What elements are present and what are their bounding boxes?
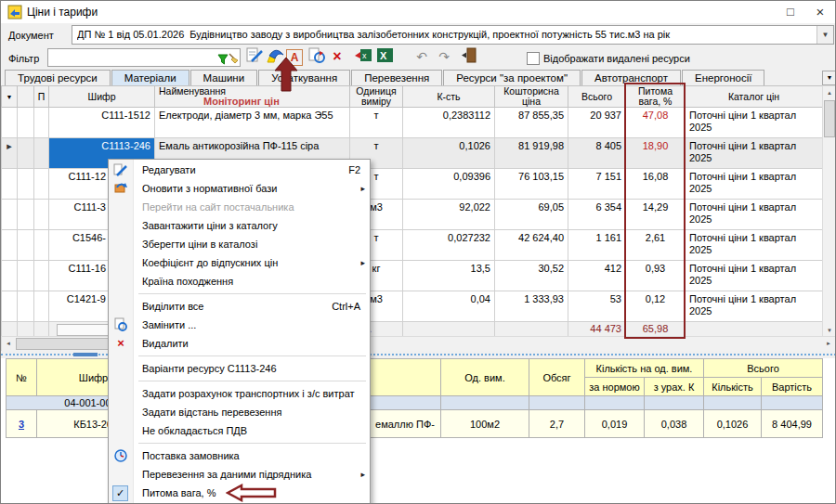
cell-total[interactable]: 7 151	[568, 169, 626, 200]
header-with-k[interactable]: з урах. К	[645, 378, 704, 396]
cell-total[interactable]: 412	[568, 261, 626, 291]
cell-total[interactable]: 1 161	[568, 230, 626, 261]
menu-item-country[interactable]: Країна походження	[109, 272, 370, 291]
excel-import-button[interactable]: x	[352, 47, 372, 67]
header-volume[interactable]: Обсяг	[529, 359, 585, 396]
cell-name[interactable]: Електроди, діаметр 3 мм, марка Э55	[155, 108, 350, 138]
menu-item-specific-weight[interactable]: ✓ Питома вага, %	[109, 484, 370, 502]
exit-button[interactable]	[458, 47, 478, 67]
price-monitoring-button[interactable]	[265, 47, 285, 67]
header-cost[interactable]: Вартість	[762, 378, 823, 396]
maximize-button[interactable]: □	[777, 3, 803, 21]
cell-price[interactable]: 87 855,35	[495, 108, 568, 138]
header-unit[interactable]: Одиниця виміру	[350, 86, 403, 108]
cell-catalog[interactable]: Поточні ціни 1 квартал 2025	[686, 169, 823, 200]
vertical-scrollbar[interactable]: ▲ ▼	[822, 85, 836, 338]
cell-shifr[interactable]: С111-1512	[49, 108, 155, 138]
show-deleted-checkbox[interactable]	[527, 52, 540, 65]
cell-by-norm[interactable]: 0,019	[585, 410, 645, 438]
column-chooser-icon[interactable]: ▼	[2, 86, 18, 108]
header-est-price[interactable]: Кошторисна ціна	[495, 86, 568, 108]
tab-resursy-za-proektom[interactable]: Ресурси "за проектом"	[443, 70, 581, 86]
cell-share[interactable]: 0,93	[626, 261, 686, 291]
menu-item-load-prices[interactable]: Завантажити ціни з каталогу	[109, 216, 370, 235]
menu-item-update-from-base[interactable]: Оновити з нормативної бази▸	[109, 179, 370, 198]
cell-qty[interactable]: 0,09396	[403, 169, 495, 200]
cell-qty[interactable]: 0,2383112	[403, 108, 495, 138]
menu-item-resource-variants[interactable]: Варіанти ресурсу С1113-246	[109, 359, 370, 378]
chevron-down-icon[interactable]: ▼	[816, 26, 833, 44]
header-num[interactable]: №	[7, 359, 37, 396]
menu-item-replace[interactable]: Замінити ...	[109, 316, 370, 334]
refresh-button[interactable]	[307, 47, 327, 67]
cell-share[interactable]: 16,08	[626, 169, 686, 200]
cell-catalog[interactable]: Поточні ціни 1 квартал 2025	[686, 200, 823, 230]
menu-item-save-prices[interactable]: Зберегти ціни в каталозі	[109, 235, 370, 253]
header-by-norm[interactable]: за нормою	[585, 378, 645, 396]
cell-qty[interactable]: 13,5	[403, 261, 495, 291]
header-total[interactable]: Всього	[568, 86, 626, 108]
menu-item-supplier-site[interactable]: Перейти на сайт постачальника	[109, 198, 370, 216]
cell-total[interactable]: 6 354	[568, 200, 626, 230]
cell-qty[interactable]: 0,1026	[403, 138, 495, 169]
cell-price[interactable]: 30,52	[495, 261, 568, 291]
header-unit[interactable]: Од. вим.	[441, 359, 529, 396]
filter-input[interactable]	[47, 48, 241, 67]
cell-price[interactable]: 81 919,98	[495, 138, 568, 169]
menu-item-edit[interactable]: РедагуватиF2	[109, 161, 370, 179]
header-shifr[interactable]: Шифр	[49, 86, 155, 108]
tab-mashyny[interactable]: Машини	[190, 70, 258, 86]
document-combobox[interactable]: ДП № 1 від 05.01.2026 Будівництво заводу…	[72, 25, 834, 45]
undo-icon[interactable]: ↶	[411, 47, 432, 67]
cell-catalog[interactable]: Поточні ціни 1 квартал 2025	[686, 291, 823, 322]
cell-price[interactable]: 1 333,93	[495, 291, 568, 322]
cell-cost[interactable]: 8 404,99	[762, 410, 823, 438]
menu-item-select-all[interactable]: Виділити всеCtrl+A	[109, 297, 370, 316]
cell-qty[interactable]: 0,027232	[403, 230, 495, 261]
cell-share[interactable]: 2,61	[626, 230, 686, 261]
cell-quantity[interactable]: 0,1026	[704, 410, 762, 438]
cell-volume[interactable]: 2,7	[529, 410, 585, 438]
menu-item-transport-distance[interactable]: Задати відстань перевезення	[109, 403, 370, 421]
cell-share[interactable]: 14,29	[626, 200, 686, 230]
menu-item-contractor-transport[interactable]: Перевезення за даними підрядника▸	[109, 465, 370, 484]
tab-enerhonosii[interactable]: Енергоносії	[682, 70, 764, 86]
cell-unit[interactable]: 100м2	[441, 410, 529, 438]
tab-ustatkuvannia[interactable]: Устаткування	[258, 70, 350, 86]
excel-export-button[interactable]: X	[374, 47, 395, 67]
cell-catalog[interactable]: Поточні ціни 1 квартал 2025	[686, 230, 823, 261]
scroll-left-icon[interactable]: ◄	[6, 341, 11, 346]
close-button[interactable]: ×	[807, 3, 833, 21]
header-p[interactable]: П	[34, 86, 49, 108]
header-qty[interactable]: К-сть	[403, 86, 495, 108]
menu-item-no-vat[interactable]: Не обкладається ПДВ	[109, 421, 370, 440]
header-catalog[interactable]: Каталог цін	[686, 86, 823, 108]
edit-button[interactable]	[244, 47, 265, 67]
tab-overflow-button[interactable]: ▼	[822, 71, 836, 85]
menu-item-customer-supply[interactable]: Поставка замовника	[109, 446, 370, 465]
cell-price[interactable]: 76 103,15	[495, 169, 568, 200]
tab-trudovi-resursy[interactable]: Трудові ресурси	[5, 70, 111, 86]
header-total-group[interactable]: Всього	[704, 359, 823, 378]
cell-catalog[interactable]: Поточні ціни 1 квартал 2025	[686, 261, 823, 291]
font-button[interactable]: A	[286, 49, 303, 66]
redo-icon[interactable]: ↷	[434, 47, 454, 67]
cell-price[interactable]: 42 624,40	[495, 230, 568, 261]
delete-button[interactable]: ×	[327, 47, 347, 67]
cell-unit[interactable]: т	[350, 108, 403, 138]
cell-qty[interactable]: 0,04	[403, 291, 495, 322]
scroll-up-icon[interactable]: ▲	[823, 90, 836, 96]
menu-item-delete[interactable]: × Видалити	[109, 334, 370, 353]
cell-qty[interactable]: 92,022	[403, 200, 495, 230]
tab-avtotransport[interactable]: Автотранспорт	[581, 70, 681, 86]
cell-catalog[interactable]: Поточні ціни 1 квартал 2025	[686, 108, 823, 138]
cell-share[interactable]: 47,08	[626, 108, 686, 138]
splitter-handle[interactable]	[73, 353, 98, 356]
menu-item-transport-calc[interactable]: Задати розрахунок транспортних і з/с вит…	[109, 384, 370, 403]
cell-share[interactable]: 0,12	[626, 291, 686, 322]
menu-item-coefficient[interactable]: Коефіцієнт до відпускних цін▸	[109, 253, 370, 272]
cell-total[interactable]: 20 937	[568, 108, 626, 138]
vertical-scroll-thumb[interactable]	[824, 100, 835, 137]
cell-num[interactable]: 3	[7, 410, 37, 438]
tab-materialy[interactable]: Матеріали	[111, 70, 189, 86]
